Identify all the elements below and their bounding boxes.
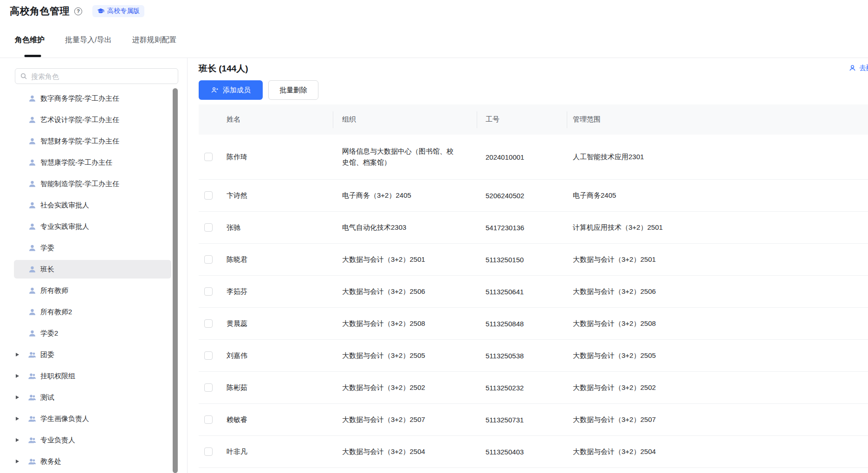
cell-org-text: 网络信息与大数据中心（图书馆、校史馆、档案馆） [342, 146, 457, 168]
row-checkbox-cell [199, 180, 221, 211]
caret-right-icon[interactable] [16, 353, 19, 356]
row-checkbox[interactable] [204, 447, 213, 456]
cell-scope-text: 大数据与会计（3+2）2501 [573, 255, 656, 264]
row-checkbox[interactable] [204, 319, 213, 328]
search-icon [20, 72, 27, 80]
cell-name-text: 叶非凡 [227, 447, 247, 456]
sidebar-item-智慧康学院-学工办主任[interactable]: 智慧康学院-学工办主任 [0, 152, 187, 173]
cell-name-text: 赖敏睿 [227, 415, 247, 424]
page-header: 高校角色管理 ? 高校专属版 [0, 0, 868, 22]
row-checkbox-cell [199, 308, 221, 339]
table-row: 陈晓君大数据与会计（3+2）25015113250150大数据与会计（3+2）2… [199, 244, 868, 276]
sidebar-item-label: 挂职权限组 [40, 372, 75, 381]
sidebar-item-label: 所有教师2 [40, 308, 72, 317]
group-icon [28, 436, 37, 445]
cell-name: 陈晓君 [221, 244, 333, 275]
sidebar-item-数字商务学院-学工办主任[interactable]: 数字商务学院-学工办主任 [0, 88, 187, 109]
sidebar-item-学生画像负责人[interactable]: 学生画像负责人 [0, 408, 187, 429]
cell-id-text: 5113250150 [486, 256, 524, 264]
caret-right-icon[interactable] [16, 438, 19, 442]
caret-right-icon[interactable] [16, 417, 19, 421]
person-icon [28, 158, 37, 167]
sidebar-item-测试[interactable]: 测试 [0, 387, 187, 408]
graduation-cap-icon [97, 7, 104, 15]
sidebar-role-list: 数字商务学院-学工办主任艺术设计学院-学工办主任智慧财务学院-学工办主任智慧康学… [0, 88, 187, 473]
sidebar-item-所有教师2[interactable]: 所有教师2 [0, 301, 187, 323]
sidebar-scrollbar-thumb[interactable] [173, 88, 178, 473]
sidebar-item-教务处[interactable]: 教务处 [0, 451, 187, 472]
cell-id-text: 5113250641 [486, 288, 524, 296]
cell-org: 大数据与会计（3+2）2506 [333, 276, 477, 307]
cell-org: 网络信息与大数据中心（图书馆、校史馆、档案馆） [333, 135, 477, 179]
batch-delete-button[interactable]: 批量删除 [268, 80, 318, 100]
column-header-name: 姓名 [221, 104, 333, 135]
sidebar-item-学委2[interactable]: 学委2 [0, 323, 187, 344]
sidebar-item-专业实践审批人[interactable]: 专业实践审批人 [0, 216, 187, 237]
cell-id: 5113250731 [477, 404, 567, 435]
sidebar-item-专业负责人[interactable]: 专业负责人 [0, 429, 187, 451]
row-checkbox[interactable] [204, 191, 213, 200]
row-checkbox[interactable] [204, 383, 213, 392]
sidebar-item-label: 社会实践审批人 [40, 201, 89, 210]
sidebar-item-团委[interactable]: 团委 [0, 344, 187, 365]
sidebar-item-label: 智慧财务学院-学工办主任 [40, 137, 119, 146]
table-body: 陈作琦网络信息与大数据中心（图书馆、校史馆、档案馆）2024010001人工智能… [199, 135, 868, 468]
cell-name: 张驰 [221, 212, 333, 243]
sidebar-item-智能制造学院-学工办主任[interactable]: 智能制造学院-学工办主任 [0, 173, 187, 194]
cell-scope: 大数据与会计（3+2）2501 [567, 244, 868, 275]
go-configure-link[interactable]: 去配置 [849, 64, 868, 72]
help-icon[interactable]: ? [74, 7, 82, 15]
group-icon [28, 415, 37, 423]
table-row: 赖敏睿大数据与会计（3+2）25075113250731大数据与会计（3+2）2… [199, 404, 868, 436]
row-checkbox[interactable] [204, 153, 213, 161]
sidebar-item-所有教师[interactable]: 所有教师 [0, 280, 187, 301]
person-icon [28, 286, 37, 295]
sidebar-item-挂职权限组[interactable]: 挂职权限组 [0, 365, 187, 387]
cell-org-text: 电气自动化技术2303 [342, 222, 406, 233]
sidebar-item-学委[interactable]: 学委 [0, 237, 187, 259]
sidebar-item-智慧财务学院-学工办主任[interactable]: 智慧财务学院-学工办主任 [0, 130, 187, 152]
cell-name-text: 张驰 [227, 223, 240, 232]
sidebar-item-label: 数字商务学院-学工办主任 [40, 94, 119, 103]
row-checkbox-cell [199, 436, 221, 467]
caret-right-icon[interactable] [16, 460, 19, 463]
person-icon [28, 244, 37, 253]
column-header-org: 组织 [333, 104, 477, 135]
sidebar-item-label: 智能制造学院-学工办主任 [40, 180, 119, 188]
row-checkbox[interactable] [204, 255, 213, 264]
page-title: 高校角色管理 [10, 5, 70, 18]
sidebar-item-班长[interactable]: 班长 [0, 259, 187, 280]
add-member-button[interactable]: 添加成员 [199, 80, 263, 100]
cell-scope-text: 人工智能技术应用2301 [573, 153, 644, 162]
row-checkbox[interactable] [204, 287, 213, 296]
sidebar-item-艺术设计学院-学工办主任[interactable]: 艺术设计学院-学工办主任 [0, 109, 187, 130]
tab-group-join-rules[interactable]: 进群规则配置 [132, 22, 176, 58]
tab-batch-import-export[interactable]: 批量导入/导出 [65, 22, 111, 58]
group-icon [28, 350, 37, 359]
caret-right-icon[interactable] [16, 395, 19, 399]
row-checkbox[interactable] [204, 415, 213, 424]
person-icon [28, 180, 37, 188]
cell-org: 大数据与会计（3+2）2504 [333, 436, 477, 467]
person-icon [28, 201, 37, 210]
cell-name-text: 卞诗然 [227, 191, 247, 200]
cell-scope: 电子商务2405 [567, 180, 868, 211]
row-checkbox-cell [199, 135, 221, 179]
cell-name: 陈彬茹 [221, 372, 333, 403]
sidebar-item-label: 学委 [40, 244, 54, 253]
caret-right-icon[interactable] [16, 374, 19, 378]
sidebar-item-社会实践审批人[interactable]: 社会实践审批人 [0, 194, 187, 216]
row-checkbox[interactable] [204, 351, 213, 360]
column-header-scope: 管理范围 [567, 104, 868, 135]
tab-role-maintain[interactable]: 角色维护 [15, 22, 45, 58]
cell-name-text: 陈晓君 [227, 255, 247, 264]
role-search-input[interactable] [31, 72, 173, 80]
cell-scope: 大数据与会计（3+2）2505 [567, 340, 868, 371]
row-checkbox[interactable] [204, 223, 213, 232]
cell-org-text: 电子商务（3+2）2405 [342, 190, 411, 201]
cell-org-text: 大数据与会计（3+2）2505 [342, 350, 425, 361]
table-row: 黄晨蕊大数据与会计（3+2）25085113250848大数据与会计（3+2）2… [199, 308, 868, 340]
cell-scope: 大数据与会计（3+2）2502 [567, 372, 868, 403]
cell-scope-text: 大数据与会计（3+2）2505 [573, 351, 656, 360]
cell-scope-text: 大数据与会计（3+2）2504 [573, 447, 656, 456]
